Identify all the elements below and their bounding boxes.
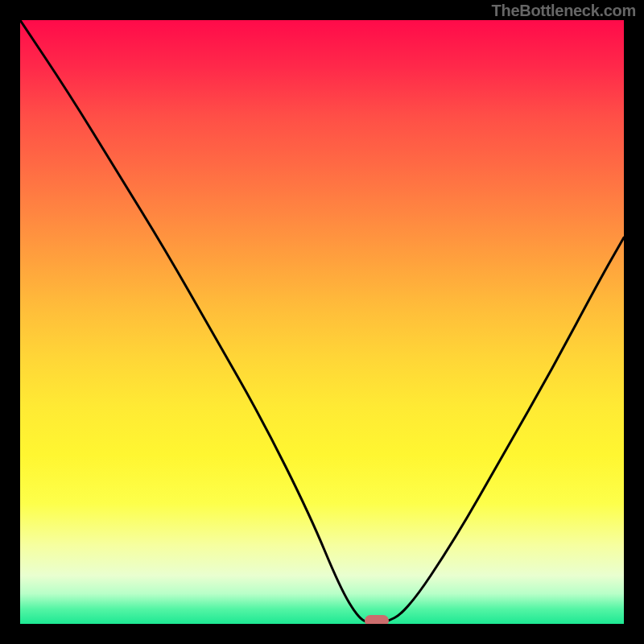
plot-area — [20, 20, 624, 624]
bottleneck-curve-path — [20, 20, 624, 624]
chart-container: TheBottleneck.com — [0, 0, 644, 644]
curve-svg — [20, 20, 624, 624]
watermark-text: TheBottleneck.com — [492, 2, 636, 20]
optimal-marker — [365, 615, 389, 624]
